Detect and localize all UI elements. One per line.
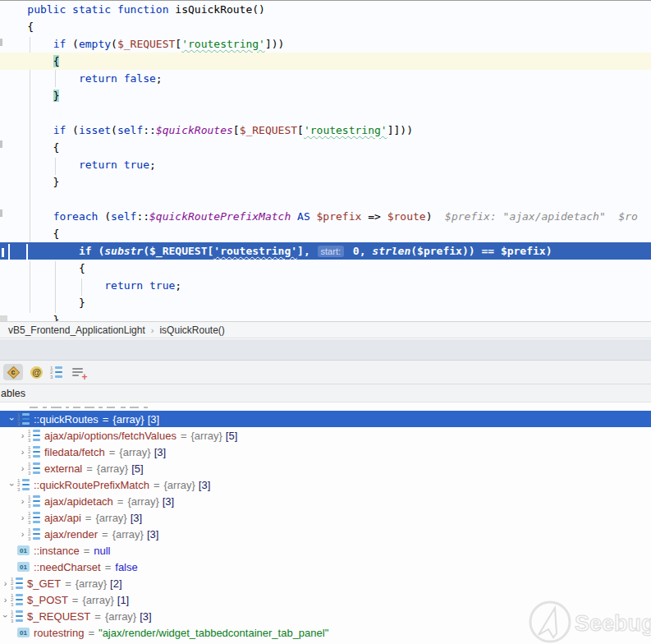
variable-type: {array} (164, 479, 195, 491)
equals-sign: = (154, 479, 160, 491)
code-token: ( (410, 245, 417, 257)
code-token: 'routestring' (213, 245, 297, 257)
code-line[interactable]: { (0, 260, 651, 277)
variable-row[interactable]: ›123::quickRoutes={array}[3] (0, 411, 651, 427)
code-line[interactable]: public static function isQuickRoute() (0, 1, 651, 18)
code-line[interactable]: { (0, 18, 651, 35)
array-view-toggle[interactable]: 123 (50, 364, 62, 380)
collapse-arrow-icon[interactable]: › (17, 460, 28, 476)
code-line[interactable]: return false; (0, 70, 651, 87)
variable-type: {array} (95, 512, 126, 524)
code-token: ( (66, 38, 79, 50)
code-line[interactable]: foreach (self::$quickRoutePrefixMatch AS… (0, 208, 651, 225)
add-to-watches-button[interactable]: + (70, 364, 86, 380)
execution-line[interactable]: if (substr($_REQUEST['routestring'], sta… (0, 242, 651, 260)
gutter-remnant (0, 140, 2, 148)
variable-name: routestring (34, 627, 84, 639)
variable-type: {array} (112, 528, 144, 540)
code-token: } (53, 90, 60, 102)
digit: 1 (28, 528, 31, 531)
code-token: 'routestring' (181, 38, 265, 50)
code-token (2, 210, 53, 223)
variable-type: {array} (76, 577, 107, 590)
variable-type: {array} (127, 495, 158, 508)
expand-arrow-icon[interactable]: › (4, 480, 21, 490)
collapse-arrow-icon[interactable]: › (0, 591, 11, 608)
array-count: [3] (154, 446, 166, 458)
code-token: empty (79, 38, 111, 50)
breadcrumb-class[interactable]: vB5_Frontend_ApplicationLight (8, 324, 145, 336)
tab-variables[interactable]: ables (0, 388, 25, 399)
variable-row[interactable]: ›123ajax/apidetach={array}[3] (0, 493, 651, 509)
array-count: [3] (147, 528, 158, 540)
code-token: ) (546, 245, 552, 257)
code-token: public (27, 3, 66, 16)
code-line[interactable]: { (0, 225, 651, 242)
variable-row[interactable]: ›123filedata/fetch={array}[3] (0, 444, 651, 460)
array-icon: 123 (28, 495, 40, 508)
show-constants-toggle[interactable]: c (3, 364, 23, 380)
variable-row[interactable]: ›123ajax/render={array}[3] (0, 526, 651, 542)
code-token: isset (79, 124, 111, 136)
code-token: ( (143, 245, 149, 257)
digit: 2 (28, 467, 31, 470)
digit: 2 (28, 450, 31, 453)
variable-row[interactable]: 01::needCharset=false (0, 559, 651, 575)
code-line[interactable] (0, 104, 651, 122)
primitive-icon: 01 (17, 545, 30, 555)
gutter-remnant (0, 209, 2, 217)
equals-sign: = (117, 495, 124, 508)
variable-row[interactable]: ›123external={array}[5] (0, 460, 651, 476)
digit: 2 (11, 598, 14, 601)
code-token: isQuickRoute() (169, 3, 265, 16)
variable-row[interactable]: ›123ajax/api={array}[3] (0, 509, 651, 526)
phpstorm-debug-window: { "editor": { "lines": [ {"tokens":[{"t"… (0, 0, 651, 644)
bar (33, 439, 40, 441)
show-members-toggle[interactable]: @ (30, 364, 43, 380)
digit: 3 (28, 439, 31, 442)
collapse-arrow-icon[interactable]: › (17, 509, 28, 526)
code-line[interactable]: } (0, 311, 651, 321)
variable-row[interactable]: ›123::quickRoutePrefixMatch={array}[3] (0, 476, 651, 493)
code-token: [ (175, 38, 181, 50)
code-token: ; (149, 159, 156, 171)
code-token: true (149, 279, 175, 292)
bar (22, 413, 30, 416)
collapse-arrow-icon[interactable]: › (0, 575, 11, 591)
code-line[interactable]: return true; (0, 156, 651, 173)
code-line[interactable]: } (0, 173, 651, 191)
code-line[interactable] (0, 191, 651, 208)
collapse-arrow-icon[interactable]: › (17, 526, 28, 542)
code-token (310, 210, 317, 223)
code-line[interactable]: } (0, 87, 651, 104)
array-count: [5] (131, 462, 143, 475)
collapse-arrow-icon[interactable]: › (17, 444, 28, 460)
collapse-arrow-icon[interactable]: › (17, 427, 28, 444)
code-token: ( (111, 38, 117, 50)
collapse-arrow-icon[interactable]: › (17, 493, 28, 509)
digit: 2 (28, 516, 31, 519)
variable-row[interactable]: 01::instance=null (0, 542, 651, 559)
code-token: } (2, 314, 59, 321)
current-line[interactable]: { (0, 53, 651, 70)
code-line[interactable]: return true; (0, 277, 651, 294)
digit: 3 (11, 586, 14, 590)
code-line[interactable]: if (isset(self::$quickRoutes[$_REQUEST['… (0, 122, 651, 139)
breadcrumb-method[interactable]: isQuickRoute() (159, 324, 224, 336)
bar (33, 467, 40, 470)
variable-name: ajax/apidetach (44, 495, 113, 508)
code-line[interactable]: } (0, 294, 651, 311)
expand-arrow-icon[interactable]: › (4, 414, 21, 425)
code-token: self (111, 210, 136, 223)
bar (33, 495, 40, 498)
gutter-remnant (0, 39, 2, 46)
expand-arrow-icon[interactable]: › (0, 611, 14, 622)
variable-name: ::quickRoutePrefixMatch (34, 479, 149, 491)
watermark-text: Seebug (575, 611, 651, 636)
code-line[interactable]: { (0, 139, 651, 156)
code-token: strlen (372, 245, 410, 257)
variable-row[interactable]: ›123ajax/api/options/fetchValues={array}… (0, 427, 651, 444)
variable-row[interactable]: ›123$_GET={array}[2] (0, 575, 651, 591)
code-editor[interactable]: public static function isQuickRoute() { … (0, 0, 651, 321)
code-line[interactable]: if (empty($_REQUEST['routestring'])) (0, 35, 651, 53)
